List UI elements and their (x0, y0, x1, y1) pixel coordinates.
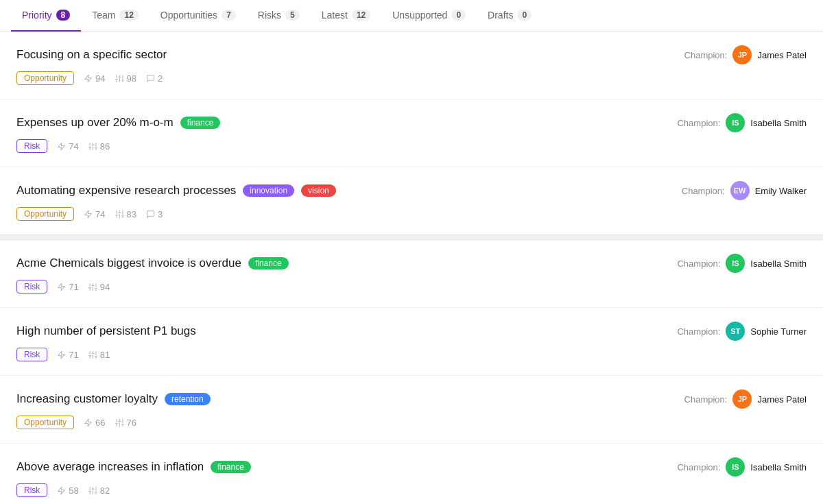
bolt-stat: 58 (57, 485, 78, 496)
tab-latest[interactable]: Latest12 (311, 0, 382, 32)
item-header: Acme Chemicals biggest invoice is overdu… (16, 254, 807, 273)
sliders-value: 82 (100, 485, 110, 496)
sliders-stat: 81 (88, 350, 110, 360)
champion-label: Champion: (684, 50, 728, 60)
list-item[interactable]: Focusing on a specific sectorChampion:JP… (0, 32, 823, 99)
avatar: JP (732, 45, 752, 64)
tag-finance: finance (248, 257, 289, 269)
comment-icon (146, 210, 155, 219)
champion-label: Champion: (677, 326, 720, 337)
avatar: IS (726, 254, 745, 273)
item-title-area: High number of persistent P1 bugs (16, 324, 196, 338)
tab-label-drafts: Drafts (488, 10, 513, 21)
item-meta: Risk 58 82 (16, 483, 807, 497)
champion: Champion:EWEmily Walker (682, 181, 807, 200)
bolt-icon (84, 418, 93, 427)
sliders-value: 81 (100, 350, 110, 360)
sliders-stat: 82 (88, 485, 110, 496)
champion-label: Champion: (677, 118, 720, 128)
sliders-value: 76 (127, 418, 136, 428)
avatar: JP (732, 389, 752, 409)
list-item[interactable]: Automating expensive research processesi… (0, 167, 823, 235)
sliders-value: 83 (127, 209, 136, 219)
item-title: Automating expensive research processes (16, 184, 236, 197)
champion: Champion:ISIsabella Smith (677, 113, 807, 132)
item-title-area: Focusing on a specific sector (16, 48, 167, 62)
sliders-icon (88, 142, 97, 151)
tag-innovation: innovation (243, 184, 294, 197)
item-meta: Risk 71 81 (16, 348, 807, 361)
item-title-area: Expenses up over 20% m-o-mfinance (16, 116, 220, 130)
item-title: Acme Chemicals biggest invoice is overdu… (16, 256, 241, 270)
champion-name: Emily Walker (755, 186, 807, 196)
champion-name: Isabella Smith (750, 462, 807, 472)
sliders-icon (115, 418, 124, 427)
type-badge: Opportunity (16, 207, 74, 221)
sliders-value: 86 (100, 141, 110, 152)
tab-priority[interactable]: Priority8 (11, 0, 81, 32)
bolt-value: 66 (95, 418, 105, 428)
champion-label: Champion: (682, 186, 725, 196)
list-item[interactable]: Above average increases in inflationfina… (0, 444, 823, 504)
item-title-area: Increasing customer loyaltyretention (16, 392, 211, 406)
type-badge: Risk (16, 348, 47, 361)
type-badge: Risk (16, 280, 47, 293)
tab-badge-risks: 5 (285, 10, 300, 21)
item-header: Focusing on a specific sectorChampion:JP… (16, 45, 807, 64)
tab-label-risks: Risks (258, 10, 281, 21)
svg-marker-40 (58, 351, 65, 359)
svg-marker-0 (85, 75, 92, 82)
svg-marker-10 (58, 143, 65, 150)
tab-badge-opportunities: 7 (222, 10, 236, 21)
comment-stat: 3 (146, 209, 163, 219)
comment-stat: 2 (146, 73, 163, 84)
bolt-value: 74 (95, 209, 105, 219)
bolt-stat: 74 (84, 209, 105, 219)
tag-vision: vision (301, 184, 336, 197)
sliders-icon (88, 486, 97, 495)
sliders-icon (115, 74, 124, 83)
bolt-stat: 66 (84, 418, 105, 428)
tab-badge-team: 12 (119, 10, 138, 21)
tab-risks[interactable]: Risks5 (247, 0, 311, 32)
item-meta: Risk 71 94 (16, 280, 807, 293)
list-item[interactable]: Acme Chemicals biggest invoice is overdu… (0, 240, 823, 308)
avatar: ST (726, 322, 745, 341)
item-header: Expenses up over 20% m-o-mfinanceChampio… (16, 113, 807, 132)
tab-label-opportunities: Opportunities (160, 10, 217, 21)
bolt-icon (84, 210, 93, 219)
list-item[interactable]: Increasing customer loyaltyretentionCham… (0, 376, 823, 444)
tab-badge-unsupported: 0 (451, 10, 466, 21)
sliders-value: 98 (127, 73, 136, 84)
list-item[interactable]: High number of persistent P1 bugsChampio… (0, 308, 823, 376)
tab-unsupported[interactable]: Unsupported0 (381, 0, 477, 32)
bolt-stat: 71 (57, 350, 78, 360)
bolt-icon (84, 74, 93, 83)
champion: Champion:JPJames Patel (684, 45, 807, 64)
item-header: Increasing customer loyaltyretentionCham… (16, 389, 807, 409)
bolt-value: 71 (69, 350, 78, 360)
sliders-stat: 86 (88, 141, 110, 152)
tab-team[interactable]: Team12 (81, 0, 150, 32)
item-header: Automating expensive research processesi… (16, 181, 807, 200)
tab-label-unsupported: Unsupported (392, 10, 447, 21)
tab-drafts[interactable]: Drafts0 (477, 0, 542, 32)
avatar: IS (726, 113, 745, 132)
item-meta: Opportunity 74 83 3 (16, 207, 807, 221)
sliders-icon (88, 283, 97, 291)
champion: Champion:ISIsabella Smith (677, 457, 807, 477)
champion-name: Isabella Smith (750, 259, 807, 269)
tab-opportunities[interactable]: Opportunities7 (150, 0, 247, 32)
item-title: Above average increases in inflation (16, 460, 204, 474)
item-header: High number of persistent P1 bugsChampio… (16, 322, 807, 341)
bolt-value: 71 (69, 282, 78, 292)
svg-marker-30 (58, 283, 65, 291)
item-title: Focusing on a specific sector (16, 48, 167, 62)
item-title: High number of persistent P1 bugs (16, 324, 196, 338)
comment-icon (146, 74, 155, 83)
list-item[interactable]: Expenses up over 20% m-o-mfinanceChampio… (0, 99, 823, 167)
sliders-stat: 76 (115, 418, 136, 428)
champion-label: Champion: (677, 462, 720, 472)
tab-label-team: Team (92, 10, 115, 21)
section-divider (0, 235, 823, 240)
